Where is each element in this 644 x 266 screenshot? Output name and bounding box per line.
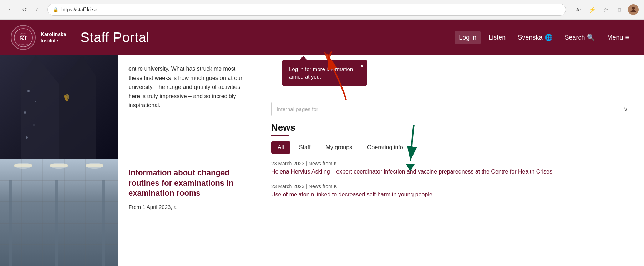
search-icon: 🔍 [587,34,595,41]
lock-icon: 🔒 [53,7,59,12]
article-intro-2: From 1 April 2023, a [128,204,250,210]
globe-icon: 🌐 [544,34,552,41]
article-text-2: Information about changed routines for e… [118,159,260,266]
browser-toolbar: A↑ ⚡ ☆ ⊡ [574,4,639,15]
svg-point-11 [26,136,28,139]
article-image-1 [0,55,118,159]
login-button[interactable]: Log in [455,31,481,44]
browser-chrome: ← ↺ ⌂ 🔒 https://staff.ki.se A↑ ⚡ ☆ ⊡ [0,0,644,20]
svg-text:ANNO 1810: ANNO 1810 [19,43,28,45]
ki-logo: KI ANNO 1810 [11,25,36,50]
left-column: entire university. What has struck me mo… [0,55,260,266]
tab-staff[interactable]: Staff [293,141,317,154]
svg-point-8 [35,101,36,102]
article-card-1: entire university. What has struck me mo… [0,55,260,159]
news-item-1: 23 March 2023 | News from KI Helena Herv… [271,161,633,176]
news-item-2: 23 March 2023 | News from KI Use of mela… [271,184,633,199]
tab-my-groups[interactable]: My groups [319,141,359,154]
news-title-underline [271,135,289,136]
url-text: https://staff.ki.se [61,7,97,12]
news-meta-1: 23 March 2023 | News from KI [271,161,633,166]
main-content: entire university. What has struck me mo… [0,55,644,266]
svg-rect-29 [102,180,105,266]
svg-point-9 [24,111,26,114]
hamburger-icon: ≡ [625,34,629,41]
home-button[interactable]: ⌂ [32,4,43,15]
svg-rect-15 [0,159,118,266]
svg-point-10 [33,124,35,126]
article-title-2: Information about changed routines for e… [128,168,250,199]
news-meta-2: 23 March 2023 | News from KI [271,184,633,189]
header-nav: Log in Listen Svenska 🌐 Search 🔍 Menu ≡ [455,31,633,44]
svg-text:KI: KI [20,35,26,41]
login-tooltip: × Log in for more information aimed at y… [282,60,367,86]
search-button[interactable]: Search 🔍 [560,31,599,44]
article-text-1: entire university. What has struck me mo… [118,55,260,159]
news-link-2[interactable]: Use of melatonin linked to decreased sel… [271,191,633,199]
svg-rect-28 [55,180,58,266]
news-link-1[interactable]: Helena Hervius Askling – expert coordina… [271,168,633,176]
user-avatar[interactable] [628,4,639,15]
tab-all[interactable]: All [271,141,290,154]
address-bar[interactable]: 🔒 https://staff.ki.se [47,4,566,16]
svenska-button[interactable]: Svenska 🌐 [513,31,557,44]
menu-button[interactable]: Menu ≡ [603,31,633,44]
internal-pages-label: Internal pages for [277,106,318,112]
logo-area: KI ANNO 1810 Karolinska Institutet [11,25,66,50]
browser-extension-button[interactable]: ⚡ [587,5,597,15]
right-column: × Log in for more information aimed at y… [260,55,644,266]
font-settings-button[interactable]: A↑ [574,5,584,15]
tooltip-close-button[interactable]: × [360,62,364,70]
site-header: KI ANNO 1810 Karolinska Institutet Staff… [0,20,644,55]
search-label: Search [564,34,585,41]
tooltip-text: Log in for more information aimed at you… [289,66,353,80]
article-card-2: Information about changed routines for e… [0,159,260,266]
svg-point-0 [632,7,635,10]
jacket-image [0,55,118,159]
svenska-label: Svenska [518,34,542,41]
news-title: News [271,122,633,133]
svg-point-32 [86,163,103,169]
back-button[interactable]: ← [5,4,16,15]
news-tabs: All Staff My groups Operating info [271,141,633,154]
chevron-down-icon: ∨ [624,106,628,112]
svg-point-30 [14,163,32,169]
internal-pages-dropdown[interactable]: Internal pages for ∨ [271,102,633,116]
svg-rect-27 [9,180,12,266]
listen-button[interactable]: Listen [484,31,510,44]
internal-pages-area: Internal pages for ∨ [271,102,633,116]
article-body-1: entire university. What has struck me mo… [128,64,250,110]
svg-point-31 [50,163,68,169]
article-image-2 [0,159,118,266]
menu-label: Menu [607,34,623,41]
browser-nav-buttons: ← ↺ ⌂ [5,4,43,15]
favorites-button[interactable]: ☆ [601,5,611,15]
refresh-button[interactable]: ↺ [19,4,30,15]
svg-point-7 [27,90,30,92]
site-title: Staff Portal [81,30,149,45]
browser-cast-button[interactable]: ⊡ [614,5,624,15]
ki-institution-name: Karolinska Institutet [41,31,66,44]
news-section: News All Staff My groups Operating info … [271,122,633,199]
tab-operating-info[interactable]: Operating info [361,141,410,154]
